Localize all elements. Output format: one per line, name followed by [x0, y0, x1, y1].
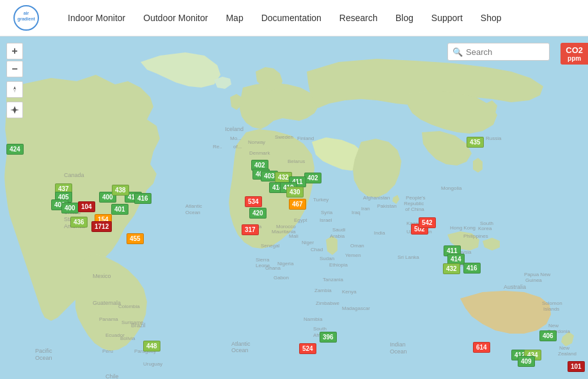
- search-input[interactable]: [447, 43, 550, 61]
- data-point[interactable]: 420: [249, 208, 267, 219]
- data-point[interactable]: 406: [539, 330, 557, 341]
- data-point[interactable]: 432: [443, 263, 460, 274]
- svg-text:India: India: [374, 230, 385, 236]
- data-point[interactable]: 534: [245, 196, 262, 207]
- svg-text:Yemen: Yemen: [345, 252, 361, 258]
- svg-text:Russia: Russia: [486, 135, 502, 141]
- svg-text:Sierra: Sierra: [256, 257, 270, 263]
- data-point[interactable]: 436: [70, 217, 88, 228]
- map-controls: + −: [6, 43, 23, 118]
- data-point[interactable]: 409: [518, 356, 535, 367]
- data-point[interactable]: 104: [78, 201, 95, 212]
- svg-text:Solomon: Solomon: [542, 300, 562, 306]
- svg-text:Canada: Canada: [64, 172, 84, 178]
- co2-label: CO2: [566, 45, 583, 55]
- ppm-label: ppm: [566, 55, 583, 62]
- svg-text:air: air: [24, 11, 29, 15]
- svg-text:Finland: Finland: [297, 135, 314, 141]
- svg-text:Republic: Republic: [404, 201, 424, 206]
- zoom-in-button[interactable]: +: [6, 43, 23, 59]
- map-container[interactable]: Canada UnitedStates ofAmerica Mexico Gua…: [0, 36, 588, 379]
- svg-text:Israel: Israel: [320, 217, 332, 223]
- nav-map[interactable]: Map: [217, 8, 252, 28]
- svg-text:Turkey: Turkey: [313, 197, 329, 203]
- svg-text:Afghanistan: Afghanistan: [363, 195, 390, 201]
- svg-text:Saudi: Saudi: [332, 227, 346, 233]
- svg-text:Senegal: Senegal: [261, 243, 280, 249]
- data-point[interactable]: 396: [320, 332, 337, 343]
- nav-research[interactable]: Research: [330, 8, 387, 28]
- svg-text:of...: of...: [233, 144, 242, 150]
- compass-button[interactable]: [6, 81, 23, 98]
- data-point[interactable]: 416: [463, 263, 481, 274]
- svg-marker-96: [13, 89, 16, 93]
- svg-text:Guatemala: Guatemala: [93, 300, 121, 306]
- svg-text:Zambia: Zambia: [314, 288, 332, 293]
- svg-text:Australia: Australia: [504, 284, 526, 290]
- nav-indoor-monitor[interactable]: Indoor Monitor: [59, 8, 134, 28]
- search-bar: 🔍: [447, 43, 550, 61]
- data-point[interactable]: 614: [473, 342, 490, 353]
- svg-text:Syria: Syria: [321, 210, 333, 215]
- svg-text:Philippines: Philippines: [463, 233, 488, 239]
- svg-text:Ethiopia: Ethiopia: [329, 262, 348, 268]
- zoom-out-button[interactable]: −: [6, 61, 23, 77]
- svg-text:Peru: Peru: [102, 348, 113, 354]
- svg-text:Colombia: Colombia: [118, 304, 140, 309]
- svg-text:Iran: Iran: [361, 206, 370, 212]
- data-point[interactable]: 448: [143, 341, 160, 352]
- svg-text:Atlantic: Atlantic: [231, 341, 251, 347]
- data-point[interactable]: 542: [419, 217, 436, 228]
- data-point[interactable]: 438: [112, 185, 129, 196]
- svg-text:Ocean: Ocean: [231, 347, 249, 353]
- svg-text:Tanzania: Tanzania: [323, 277, 344, 282]
- co2-legend-badge[interactable]: CO2 ppm: [561, 43, 588, 65]
- svg-text:Egypt: Egypt: [294, 217, 307, 223]
- data-point[interactable]: 1712: [91, 221, 112, 232]
- svg-text:Pacific: Pacific: [35, 348, 52, 354]
- svg-text:Mongolia: Mongolia: [441, 185, 462, 191]
- data-point[interactable]: 317: [242, 224, 259, 235]
- data-point[interactable]: 416: [134, 193, 151, 204]
- data-point[interactable]: 435: [467, 137, 484, 148]
- svg-text:Atlantic: Atlantic: [185, 203, 202, 209]
- svg-text:Iceland: Iceland: [225, 126, 244, 132]
- data-point[interactable]: 424: [6, 144, 24, 155]
- svg-text:Re..: Re..: [213, 144, 222, 150]
- data-point[interactable]: 401: [111, 204, 128, 215]
- svg-text:Mauritania: Mauritania: [272, 229, 296, 235]
- data-point[interactable]: 101: [568, 361, 585, 372]
- svg-text:Oman: Oman: [350, 243, 364, 249]
- location-icon: [10, 105, 19, 114]
- svg-marker-95: [13, 86, 16, 89]
- svg-text:Islands: Islands: [543, 306, 559, 312]
- svg-text:Namibia: Namibia: [304, 316, 323, 322]
- data-point[interactable]: 524: [299, 343, 316, 354]
- nav-support[interactable]: Support: [422, 8, 472, 28]
- data-point[interactable]: 430: [286, 187, 304, 197]
- svg-text:Madagascar: Madagascar: [342, 306, 370, 311]
- svg-text:Zealand: Zealand: [558, 351, 576, 357]
- svg-text:Morocco: Morocco: [276, 224, 296, 229]
- svg-text:Sweden: Sweden: [275, 134, 293, 140]
- location-button[interactable]: [6, 102, 23, 118]
- logo[interactable]: air gradient: [13, 4, 40, 31]
- svg-text:Chad: Chad: [311, 247, 323, 252]
- data-point[interactable]: 402: [304, 173, 321, 183]
- svg-text:Gabon: Gabon: [274, 275, 289, 281]
- data-point[interactable]: 400: [61, 203, 79, 213]
- nav-shop[interactable]: Shop: [472, 8, 511, 28]
- data-point[interactable]: 467: [289, 199, 306, 210]
- compass-icon: [10, 85, 19, 94]
- svg-text:Uruguay: Uruguay: [143, 361, 162, 367]
- svg-text:Niger: Niger: [302, 240, 314, 245]
- main-nav: Indoor Monitor Outdoor Monitor Map Docum…: [59, 8, 575, 28]
- data-point[interactable]: 455: [127, 233, 144, 244]
- svg-text:Belarus: Belarus: [288, 159, 305, 164]
- nav-documentation[interactable]: Documentation: [252, 8, 330, 28]
- nav-blog[interactable]: Blog: [387, 8, 422, 28]
- nav-outdoor-monitor[interactable]: Outdoor Monitor: [134, 8, 217, 28]
- svg-text:Papua New: Papua New: [524, 272, 551, 277]
- logo-icon: air gradient: [13, 4, 40, 31]
- svg-text:Nigeria: Nigeria: [277, 261, 294, 267]
